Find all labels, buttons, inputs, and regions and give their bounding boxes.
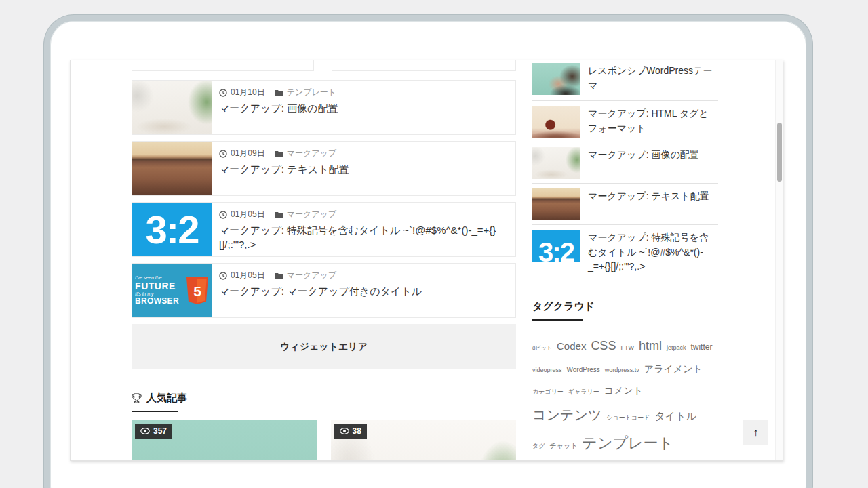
sidebar-post-title[interactable]: マークアップ: 画像の配置 — [588, 147, 699, 179]
post-item[interactable]: 3:2 01月05日 マークアップ マークアップ: 特殊記号を含むタイトル ~`… — [132, 202, 516, 257]
sidebar-post-title[interactable]: マークアップ: 特殊記号を含むタイトル ~`!@#$%^&*()-_=+{}[]… — [588, 230, 718, 274]
sidebar-post-title[interactable]: マークアップ: テキスト配置 — [588, 188, 709, 220]
views-badge: 357 — [135, 424, 172, 439]
post-date: 01月09日 — [231, 148, 265, 159]
eye-icon — [140, 428, 150, 434]
views-badge: 38 — [334, 424, 367, 439]
heading-underline — [532, 319, 583, 321]
html5-browser-label: BROWSER — [135, 297, 179, 306]
tag-link[interactable]: ショートコード — [606, 414, 650, 421]
back-to-top-button[interactable]: ↑ — [743, 420, 768, 445]
folder-icon — [275, 211, 283, 218]
ratio-label: 3:2 — [538, 237, 574, 262]
post-date: 01月05日 — [231, 209, 265, 220]
tag-link[interactable]: ギャラリー — [568, 388, 599, 395]
tag-link[interactable]: CSS — [591, 339, 616, 352]
folder-icon — [275, 272, 283, 279]
tag-link[interactable]: コンテンツ — [532, 407, 601, 422]
tag-link[interactable]: jetpack — [667, 344, 686, 351]
svg-text:5: 5 — [193, 283, 201, 299]
sidebar-post-title[interactable]: マークアップ: HTML タグとフォーマット — [588, 106, 718, 138]
sidebar-thumbnail-woman — [532, 63, 580, 95]
tag-link[interactable]: videopress — [532, 367, 562, 373]
post-title-link[interactable]: マークアップ: マークアップ付きのタイトル — [219, 284, 515, 298]
post-category-link[interactable]: マークアップ — [287, 270, 336, 281]
tag-link[interactable]: タグ — [532, 443, 545, 449]
sidebar-recent-post[interactable]: マークアップ: 画像の配置 — [532, 142, 718, 184]
html5-tagline: I've seen the — [135, 275, 179, 281]
sidebar: レスポンシブWordPressテーマ マークアップ: HTML タグとフォーマッ… — [532, 60, 718, 461]
post-thumbnail-desk[interactable] — [132, 81, 212, 134]
folder-icon — [275, 150, 283, 157]
trophy-icon — [132, 393, 142, 403]
sidebar-thumbnail-jump — [532, 106, 580, 138]
html5-shield-icon: 5 — [186, 277, 209, 304]
tag-cloud-heading: タグクラウド — [532, 300, 718, 313]
tag-link[interactable]: wordpress.tv — [605, 367, 639, 373]
cutoff-post-box — [132, 60, 314, 71]
post-item[interactable]: 01月10日 テンプレート マークアップ: 画像の配置 — [132, 80, 516, 135]
cutoff-post-box — [332, 60, 516, 71]
post-item[interactable]: I've seen the FUTURE It's in my BROWSER … — [132, 263, 516, 318]
sidebar-thumbnail-desk — [532, 147, 580, 179]
post-category-link[interactable]: マークアップ — [287, 209, 336, 220]
sidebar-recent-post[interactable]: マークアップ: テキスト配置 — [532, 184, 718, 225]
post-date: 01月10日 — [231, 87, 265, 98]
views-count: 357 — [153, 426, 167, 436]
sidebar-recent-post[interactable]: マークアップ: HTML タグとフォーマット — [532, 101, 718, 142]
popular-posts-heading: 人気記事 — [132, 392, 516, 405]
widget-area-label: ウィジェットエリア — [280, 341, 368, 353]
post-thumbnail-field[interactable] — [132, 142, 212, 195]
browser-viewport: 01月10日 テンプレート マークアップ: 画像の配置 01月09日 マークアッ… — [70, 60, 783, 461]
post-title-link[interactable]: マークアップ: 画像の配置 — [219, 101, 515, 115]
heading-underline — [132, 411, 178, 412]
tag-link[interactable]: カテゴリー — [532, 388, 564, 395]
tag-link[interactable]: Codex — [557, 340, 586, 352]
tag-link[interactable]: チャット — [549, 442, 577, 449]
post-category-link[interactable]: テンプレート — [287, 87, 336, 98]
folder-icon — [275, 89, 283, 96]
post-title-link[interactable]: マークアップ: 特殊記号を含むタイトル ~`!@#$%^&*()-_=+{}[]… — [219, 223, 515, 251]
sidebar-recent-post[interactable]: レスポンシブWordPressテーマ — [532, 60, 718, 101]
scrollbar-track[interactable] — [775, 60, 783, 460]
post-date: 01月05日 — [231, 270, 265, 281]
tag-link[interactable]: html — [639, 339, 662, 352]
clock-icon — [219, 211, 227, 219]
ratio-label: 3:2 — [146, 207, 199, 252]
popular-post-desk[interactable]: 38 — [331, 420, 517, 461]
post-title-link[interactable]: マークアップ: テキスト配置 — [219, 162, 515, 176]
widget-area-placeholder: ウィジェットエリア — [132, 324, 516, 369]
tag-link[interactable]: アライメント — [644, 363, 703, 374]
tag-link[interactable]: FTW — [620, 344, 634, 351]
clock-icon — [219, 272, 227, 280]
tag-cloud: 8ビットCodexCSSFTWhtmljetpacktwittervideopr… — [532, 333, 718, 461]
post-category-link[interactable]: マークアップ — [287, 148, 336, 159]
tag-link[interactable]: コメント — [604, 385, 643, 396]
tag-link[interactable]: タイトル — [654, 410, 696, 422]
sidebar-thumbnail-field — [532, 188, 580, 220]
sidebar-recent-post[interactable]: 3:2 マークアップ: 特殊記号を含むタイトル ~`!@#$%^&*()-_=+… — [532, 225, 718, 279]
clock-icon — [219, 89, 227, 97]
tag-link[interactable]: WordPress — [567, 366, 600, 373]
clock-icon — [219, 150, 227, 158]
tag-link[interactable]: 8ビット — [532, 345, 552, 351]
sidebar-thumbnail-ratio: 3:2 — [532, 230, 580, 262]
tag-link[interactable]: テンプレート — [582, 434, 673, 451]
popular-post-woman[interactable]: 357 — [132, 420, 317, 461]
post-thumbnail-html5[interactable]: I've seen the FUTURE It's in my BROWSER … — [132, 264, 212, 317]
html5-future-label: FUTURE — [135, 281, 179, 291]
sidebar-post-title[interactable]: レスポンシブWordPressテーマ — [588, 63, 718, 96]
main-column: 01月10日 テンプレート マークアップ: 画像の配置 01月09日 マークアッ… — [132, 80, 516, 461]
post-thumbnail-ratio[interactable]: 3:2 — [132, 203, 212, 256]
tag-link[interactable]: twitter — [690, 342, 712, 352]
scrollbar-thumb[interactable] — [777, 123, 782, 182]
popular-posts-row: 357 38 — [132, 420, 516, 461]
eye-icon — [340, 428, 349, 434]
views-count: 38 — [353, 426, 361, 436]
post-item[interactable]: 01月09日 マークアップ マークアップ: テキスト配置 — [132, 141, 516, 196]
